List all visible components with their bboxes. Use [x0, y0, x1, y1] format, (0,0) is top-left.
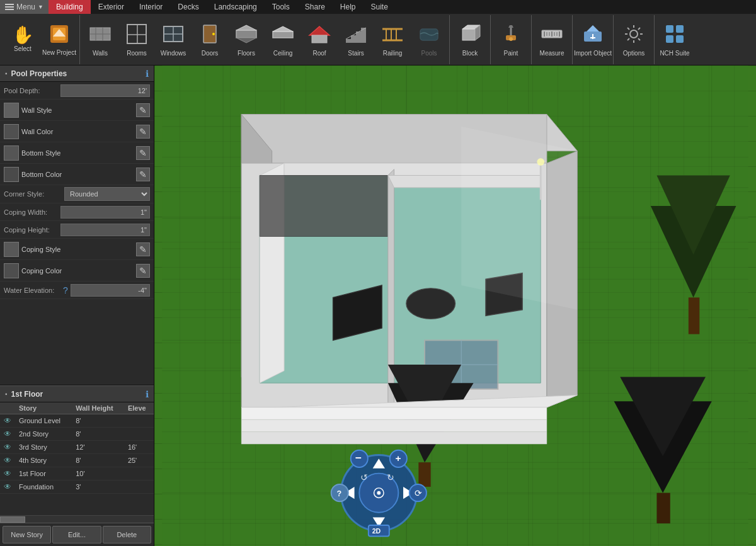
coping-width-input[interactable]	[60, 206, 150, 219]
water-elevation-input[interactable]	[71, 284, 150, 297]
story-scrollbar[interactable]	[0, 515, 154, 523]
building-svg: ↺ ↻ + − ⟳ ? 2D	[154, 65, 756, 546]
story-eye-1stfloor[interactable]: 👁	[4, 469, 11, 478]
story-eye-foundation[interactable]: 👁	[4, 482, 11, 491]
svg-rect-16	[236, 30, 256, 38]
svg-rect-24	[351, 35, 356, 43]
tool-paint[interactable]: Paint	[493, 16, 529, 63]
menu-chevron-icon: ▼	[38, 4, 43, 10]
walls-icon	[89, 23, 112, 48]
coping-color-row: Coping Color ✎	[0, 260, 154, 282]
tool-ceiling[interactable]: Ceiling	[265, 16, 301, 63]
wall-color-edit-button[interactable]: ✎	[136, 125, 150, 139]
story-eye-3rd[interactable]: 👁	[4, 443, 11, 452]
story-panel-header: ▪ 1st Floor ℹ	[0, 386, 154, 402]
svg-rect-9	[137, 35, 146, 43]
tool-doors[interactable]: Doors	[192, 16, 227, 63]
tool-measure[interactable]: Measure	[534, 16, 570, 63]
story-elevation-foundation	[124, 481, 154, 494]
tool-stairs[interactable]: Stairs	[338, 16, 374, 63]
tool-paint-label: Paint	[504, 50, 518, 57]
svg-point-53	[630, 30, 638, 38]
tool-floors[interactable]: Floors	[229, 16, 264, 63]
menu-bar: Menu ▼ Building Exterior Interior Decks …	[0, 0, 756, 14]
corner-style-select[interactable]: Rounded Square Curved	[64, 187, 150, 201]
story-eye-4th[interactable]: 👁	[4, 456, 11, 465]
story-panel-collapse-icon[interactable]: ▪	[5, 390, 8, 397]
block-icon	[459, 23, 481, 48]
tab-help[interactable]: Help	[333, 0, 364, 14]
tool-walls[interactable]: Walls	[83, 16, 118, 63]
tool-import-object-label: Import Object	[574, 50, 612, 57]
tool-import-object[interactable]: Import Object	[575, 16, 610, 63]
tab-exterior[interactable]: Exterior	[91, 0, 132, 14]
bottom-style-edit-button[interactable]: ✎	[136, 146, 150, 160]
edit-story-button[interactable]: Edit...	[52, 526, 101, 543]
tool-windows[interactable]: Windows	[156, 16, 191, 63]
story-row-ground[interactable]: 👁 Ground Level 8'	[0, 414, 154, 428]
tab-interior[interactable]: Interior	[132, 0, 170, 14]
tab-tools[interactable]: Tools	[265, 0, 297, 14]
svg-rect-62	[666, 25, 673, 33]
toolbar-group-import: Import Object	[573, 15, 614, 64]
tool-options[interactable]: Options	[616, 16, 651, 63]
pool-properties-info-icon[interactable]: ℹ	[146, 69, 149, 79]
svg-text:?: ?	[336, 489, 341, 498]
tab-share[interactable]: Share	[297, 0, 333, 14]
bottom-color-edit-button[interactable]: ✎	[136, 168, 150, 181]
svg-text:−: −	[355, 452, 362, 464]
story-row-2nd[interactable]: 👁 2nd Story 8'	[0, 428, 154, 441]
story-row-foundation[interactable]: 👁 Foundation 3'	[0, 481, 154, 494]
coping-style-edit-button[interactable]: ✎	[136, 242, 150, 256]
svg-marker-119	[241, 432, 547, 444]
story-wallheight-ground: 8'	[72, 414, 124, 428]
windows-icon	[162, 23, 185, 48]
water-elevation-row: Water Elevation: ?	[0, 282, 154, 299]
select-icon: ✋	[12, 26, 34, 44]
wall-style-label: Wall Style	[21, 106, 134, 114]
story-row-3rd[interactable]: 👁 3rd Story 12' 16'	[0, 441, 154, 454]
tool-block[interactable]: Block	[452, 16, 488, 63]
tool-roof[interactable]: Roof	[302, 16, 337, 63]
wall-style-edit-button[interactable]: ✎	[136, 103, 150, 117]
story-name-1stfloor: 1st Floor	[15, 467, 72, 481]
story-row-1stfloor[interactable]: 👁 1st Floor 10'	[0, 467, 154, 481]
menu-label: Menu	[16, 3, 35, 11]
pool-properties-collapse-icon[interactable]: ▪	[5, 70, 8, 77]
tool-select[interactable]: ✋ Select	[5, 16, 40, 63]
tab-suite[interactable]: Suite	[364, 0, 396, 14]
water-elevation-help-icon[interactable]: ?	[63, 285, 68, 295]
tool-railing[interactable]: Railing	[375, 16, 410, 63]
tool-new-project[interactable]: New Project	[42, 16, 77, 63]
menu-button[interactable]: Menu ▼	[0, 0, 49, 14]
svg-marker-18	[236, 38, 256, 43]
story-panel-info-icon[interactable]: ℹ	[146, 389, 149, 399]
corner-style-row: Corner Style: Rounded Square Curved	[0, 185, 154, 203]
tool-rooms[interactable]: Rooms	[119, 16, 154, 63]
story-eye-ground[interactable]: 👁	[4, 416, 11, 425]
story-name-ground: Ground Level	[15, 414, 72, 428]
story-eye-2nd[interactable]: 👁	[4, 429, 11, 438]
toolbar-group-measure: Measure	[532, 15, 573, 64]
tab-decks[interactable]: Decks	[170, 0, 206, 14]
story-footer: New Story Edit... Delete	[0, 523, 154, 546]
svg-line-60	[638, 28, 640, 30]
tool-new-project-label: New Project	[42, 49, 76, 56]
new-story-button[interactable]: New Story	[3, 526, 51, 543]
tool-nch-suite[interactable]: NCH Suite	[657, 16, 692, 63]
paint-icon	[500, 23, 522, 48]
coping-style-label: Coping Style	[21, 246, 134, 253]
tab-building[interactable]: Building	[49, 0, 91, 14]
story-row-4th[interactable]: 👁 4th Story 8' 25'	[0, 454, 154, 467]
svg-marker-120	[461, 127, 577, 310]
tab-landscaping[interactable]: Landscaping	[207, 0, 265, 14]
nch-suite-icon	[663, 23, 686, 48]
story-scrollbar-thumb[interactable]	[0, 516, 25, 523]
svg-text:2D: 2D	[372, 527, 381, 535]
coping-height-input[interactable]	[60, 224, 150, 236]
viewport[interactable]: ↺ ↻ + − ⟳ ? 2D	[154, 65, 756, 546]
delete-story-button[interactable]: Delete	[103, 526, 151, 543]
coping-color-edit-button[interactable]: ✎	[136, 264, 150, 278]
coping-width-label: Coping Width:	[4, 208, 60, 216]
pool-depth-input[interactable]	[60, 84, 150, 97]
